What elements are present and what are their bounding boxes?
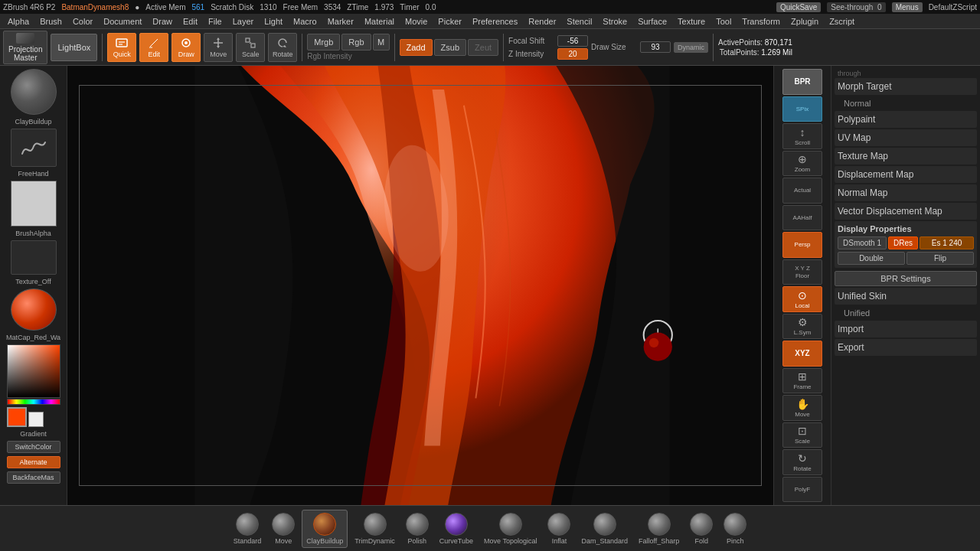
- menu-light[interactable]: Light: [260, 15, 287, 28]
- morph-target-section[interactable]: Morph Target: [835, 78, 977, 95]
- hue-bar[interactable]: [7, 399, 60, 405]
- rotate-button[interactable]: Rotate: [268, 33, 297, 62]
- menu-transform[interactable]: Transform: [737, 15, 785, 28]
- dynamic-label[interactable]: Dynamic: [674, 42, 708, 53]
- color-gradient[interactable]: [7, 344, 60, 398]
- texture-off-button[interactable]: [11, 240, 57, 275]
- menu-zscript[interactable]: Zscript: [825, 15, 859, 28]
- z-intensity-value[interactable]: 20: [557, 48, 588, 60]
- menu-preferences[interactable]: Preferences: [468, 15, 522, 28]
- see-through-button[interactable]: See-through 0: [827, 2, 885, 12]
- menu-picker[interactable]: Picker: [433, 15, 466, 28]
- local-button[interactable]: ⊙ Local: [782, 286, 822, 312]
- double-button[interactable]: Double: [838, 252, 905, 265]
- menu-zplugin[interactable]: Zplugin: [786, 15, 823, 28]
- brush-polish[interactable]: Polish: [402, 510, 433, 547]
- menu-brush[interactable]: Brush: [35, 15, 67, 28]
- rgb-button[interactable]: Rgb: [341, 34, 371, 51]
- rotate-tool-button[interactable]: ↻ Rotate: [782, 449, 822, 475]
- foreground-color[interactable]: [7, 407, 27, 427]
- canvas-area[interactable]: [67, 66, 773, 505]
- menu-color[interactable]: Color: [68, 15, 97, 28]
- menu-stencil[interactable]: Stencil: [562, 15, 596, 28]
- vector-displacement-section[interactable]: Vector Displacement Map: [835, 203, 977, 220]
- menu-layer[interactable]: Layer: [228, 15, 259, 28]
- zsub-button[interactable]: Zsub: [434, 39, 466, 56]
- quick-sketch-button[interactable]: Quick: [107, 33, 136, 62]
- focal-shift-value[interactable]: -56: [557, 35, 588, 47]
- brush-alpha-button[interactable]: [11, 181, 57, 227]
- quicksave-button[interactable]: QuickSave: [776, 2, 821, 12]
- menu-texture[interactable]: Texture: [673, 15, 710, 28]
- menu-material[interactable]: Material: [360, 15, 399, 28]
- brush-standard[interactable]: Standard: [230, 510, 266, 547]
- dres-button[interactable]: DRes: [888, 236, 918, 249]
- xyz-floor-button[interactable]: X Y Z Floor: [782, 259, 822, 285]
- brush-dam-standard[interactable]: Dam_Standard: [577, 510, 632, 547]
- alternate-button[interactable]: Alternate: [7, 456, 60, 468]
- freehand-button[interactable]: [11, 129, 57, 167]
- zoom-button[interactable]: ⊕ Zoom: [782, 151, 822, 177]
- aahalf-button[interactable]: AAHalf: [782, 205, 822, 231]
- zeut-button[interactable]: Zeut: [468, 39, 498, 56]
- scroll-button[interactable]: ↕ Scroll: [782, 123, 822, 149]
- mrgb-button[interactable]: Mrgb: [307, 34, 340, 51]
- texture-map-section[interactable]: Texture Map: [835, 148, 977, 165]
- menu-alpha[interactable]: Alpha: [3, 15, 34, 28]
- xyz-button[interactable]: XYZ: [782, 341, 822, 367]
- menu-marker[interactable]: Marker: [323, 15, 358, 28]
- lightbox-button[interactable]: LightBox: [51, 34, 97, 61]
- brush-inflat[interactable]: Inflat: [544, 510, 574, 547]
- brush-falloff-sharp[interactable]: Falloff_Sharp: [635, 510, 683, 547]
- brush-curvetube[interactable]: CurveTube: [436, 510, 477, 547]
- bpr-button[interactable]: BPR: [782, 69, 822, 95]
- color-picker-area[interactable]: [7, 344, 60, 427]
- spix-button[interactable]: SPix: [782, 96, 822, 122]
- menu-document[interactable]: Document: [99, 15, 146, 28]
- move-tool-button[interactable]: ✋ Move: [782, 395, 822, 421]
- normal-item[interactable]: Normal: [835, 96, 977, 110]
- scale-tool-button[interactable]: ⊡ Scale: [782, 422, 822, 448]
- bpr-settings-button[interactable]: BPR Settings: [835, 271, 977, 286]
- brush-claybuildup[interactable]: ClayBuildup: [302, 510, 348, 548]
- frame-button[interactable]: ⊞ Frame: [782, 368, 822, 394]
- projection-master-button[interactable]: Projection Master: [3, 31, 47, 64]
- backface-button[interactable]: BackfaceMas: [7, 471, 60, 484]
- menu-draw[interactable]: Draw: [148, 15, 177, 28]
- import-section[interactable]: Import: [835, 321, 977, 337]
- brush-fold[interactable]: Fold: [686, 510, 717, 547]
- m-button[interactable]: M: [373, 34, 390, 51]
- polypaint-section[interactable]: Polypaint: [835, 111, 977, 128]
- menu-render[interactable]: Render: [524, 15, 560, 28]
- zadd-button[interactable]: Zadd: [400, 39, 433, 56]
- move-button[interactable]: Move: [204, 33, 233, 62]
- es-button[interactable]: Es 1 240: [920, 236, 974, 249]
- switch-color-button[interactable]: SwitchColor: [7, 441, 60, 453]
- edit-button[interactable]: Edit: [139, 33, 168, 62]
- menu-movie[interactable]: Movie: [400, 15, 432, 28]
- brush-move-topological[interactable]: Move Topological: [480, 510, 541, 547]
- lsym-button[interactable]: ⚙ L.Sym: [782, 314, 822, 340]
- dsmooth-button[interactable]: DSmooth 1: [838, 236, 887, 249]
- polyf-button[interactable]: PolyF: [782, 477, 822, 503]
- persp-button[interactable]: Persp: [782, 232, 822, 258]
- draw-button[interactable]: Draw: [172, 33, 201, 62]
- background-color[interactable]: [28, 412, 44, 427]
- menu-surface[interactable]: Surface: [633, 15, 671, 28]
- flip-button[interactable]: Flip: [906, 252, 974, 265]
- uv-map-section[interactable]: UV Map: [835, 129, 977, 146]
- menu-edit[interactable]: Edit: [178, 15, 202, 28]
- menu-macro[interactable]: Macro: [289, 15, 322, 28]
- export-section[interactable]: Export: [835, 339, 977, 356]
- displacement-map-section[interactable]: Displacement Map: [835, 166, 977, 183]
- scale-button[interactable]: Scale: [236, 33, 265, 62]
- menu-stroke[interactable]: Stroke: [598, 15, 632, 28]
- actual-button[interactable]: Actual: [782, 178, 822, 204]
- menu-file[interactable]: File: [204, 15, 227, 28]
- menus-button[interactable]: Menus: [892, 2, 923, 12]
- brush-pinch[interactable]: Pinch: [720, 510, 750, 547]
- brush-preview[interactable]: [11, 69, 57, 115]
- matcap-preview[interactable]: [11, 289, 57, 331]
- brush-move[interactable]: Move: [268, 510, 299, 547]
- menu-tool[interactable]: Tool: [711, 15, 736, 28]
